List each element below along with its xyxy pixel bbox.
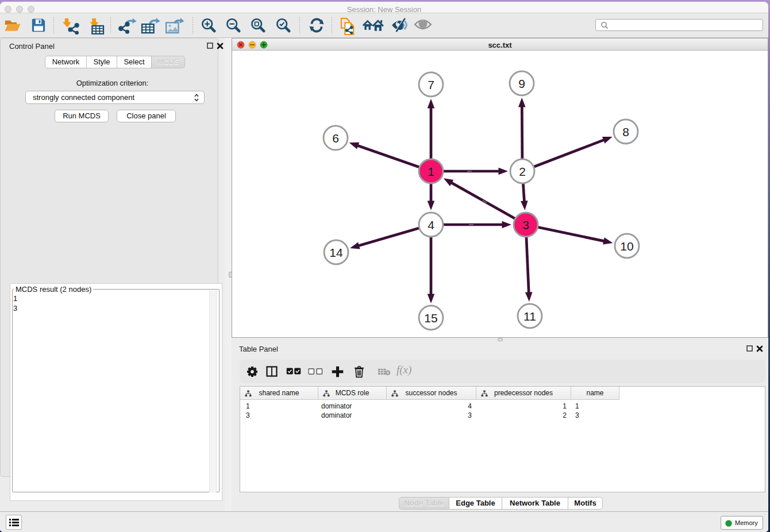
svg-text:7: 7 — [428, 78, 434, 91]
svg-text:3: 3 — [522, 218, 529, 232]
svg-text:14: 14 — [329, 246, 343, 259]
svg-text:11: 11 — [523, 310, 536, 323]
svg-text:4: 4 — [428, 218, 434, 232]
svg-text:1: 1 — [428, 165, 434, 178]
svg-text:15: 15 — [424, 311, 437, 325]
svg-text:8: 8 — [622, 125, 629, 138]
svg-text:9: 9 — [518, 77, 525, 90]
svg-text:10: 10 — [620, 240, 633, 253]
svg-text:2: 2 — [519, 165, 526, 178]
svg-text:6: 6 — [332, 132, 339, 145]
